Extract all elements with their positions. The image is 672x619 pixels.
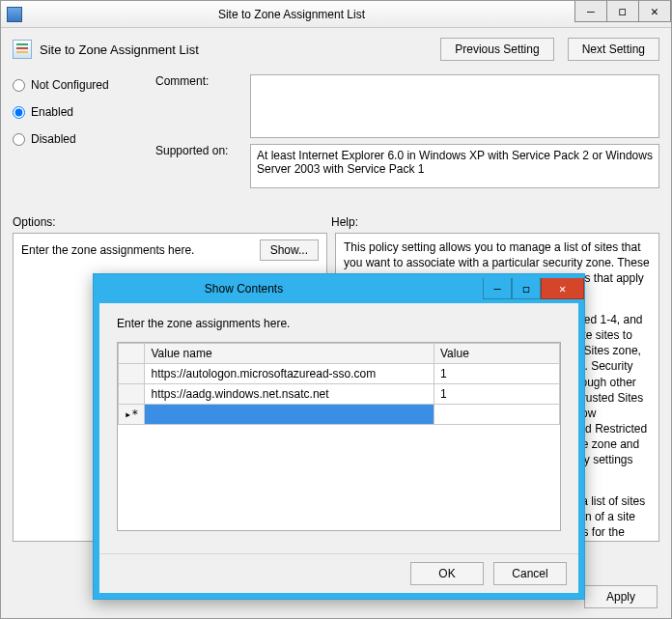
radio-label: Not Configured xyxy=(31,78,109,92)
col-value-name[interactable]: Value name xyxy=(145,344,434,364)
apply-button[interactable]: Apply xyxy=(584,585,658,608)
table-row[interactable]: https://aadg.windows.net.nsatc.net 1 xyxy=(119,384,560,405)
supported-label: Supported on: xyxy=(155,144,242,157)
radio-disabled[interactable]: Disabled xyxy=(13,132,148,146)
new-row-value-cell[interactable] xyxy=(434,405,560,425)
maximize-button[interactable]: ◻ xyxy=(606,1,639,22)
dialog-titlebar: Show Contents — ◻ ✕ xyxy=(94,274,584,303)
window-controls: — ◻ ✕ xyxy=(575,1,671,22)
dialog-title: Show Contents xyxy=(101,282,483,295)
dialog-minimize-button[interactable]: — xyxy=(483,278,512,299)
radio-enabled-input[interactable] xyxy=(13,106,25,119)
cell-value[interactable]: 1 xyxy=(434,364,560,384)
minimize-button[interactable]: — xyxy=(574,1,607,22)
cell-value-name[interactable]: https://autologon.microsoftazuread-sso.c… xyxy=(145,364,434,384)
table-row[interactable]: https://autologon.microsoftazuread-sso.c… xyxy=(119,364,560,384)
new-row-name-cell[interactable] xyxy=(145,405,434,425)
radio-enabled[interactable]: Enabled xyxy=(13,105,148,119)
new-row-marker[interactable]: ▸* xyxy=(119,405,145,425)
radio-label: Enabled xyxy=(31,105,73,119)
radio-not-configured-input[interactable] xyxy=(13,79,25,92)
radio-disabled-input[interactable] xyxy=(13,133,25,146)
row-selector[interactable] xyxy=(119,384,145,405)
col-value[interactable]: Value xyxy=(434,344,560,364)
radio-label: Disabled xyxy=(31,132,76,146)
row-selector[interactable] xyxy=(119,364,145,384)
app-icon xyxy=(7,7,22,22)
row-header-blank xyxy=(119,344,145,364)
show-contents-dialog: Show Contents — ◻ ✕ Enter the zone assig… xyxy=(93,273,585,600)
comment-field[interactable] xyxy=(250,74,659,138)
dialog-close-button[interactable]: ✕ xyxy=(541,278,584,299)
close-button[interactable]: ✕ xyxy=(638,1,671,22)
radio-not-configured[interactable]: Not Configured xyxy=(13,78,148,92)
dialog-instruction: Enter the zone assignments here. xyxy=(117,317,561,330)
options-row-label: Enter the zone assignments here. xyxy=(21,243,194,257)
zone-grid[interactable]: Value name Value https://autologon.micro… xyxy=(117,342,561,531)
comment-label: Comment: xyxy=(155,74,242,88)
supported-on-text: At least Internet Explorer 6.0 in Window… xyxy=(250,144,659,188)
show-button[interactable]: Show... xyxy=(260,239,319,261)
dialog-maximize-button[interactable]: ◻ xyxy=(512,278,541,299)
page-title: Site to Zone Assignment List xyxy=(40,42,199,57)
cell-value-name[interactable]: https://aadg.windows.net.nsatc.net xyxy=(145,384,434,405)
policy-icon xyxy=(13,40,32,59)
ok-button[interactable]: OK xyxy=(410,562,484,585)
options-heading: Options: xyxy=(13,215,331,229)
titlebar: Site to Zone Assignment List — ◻ ✕ xyxy=(1,1,671,28)
previous-setting-button[interactable]: Previous Setting xyxy=(440,38,553,61)
next-setting-button[interactable]: Next Setting xyxy=(568,38,659,61)
help-heading: Help: xyxy=(331,215,358,229)
table-new-row[interactable]: ▸* xyxy=(119,405,560,425)
cancel-button[interactable]: Cancel xyxy=(493,562,567,585)
cell-value[interactable]: 1 xyxy=(434,384,560,405)
